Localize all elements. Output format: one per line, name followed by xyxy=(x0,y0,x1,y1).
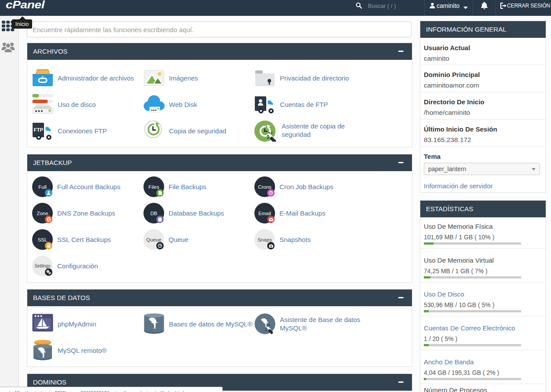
svg-text:FTP: FTP xyxy=(34,127,44,132)
